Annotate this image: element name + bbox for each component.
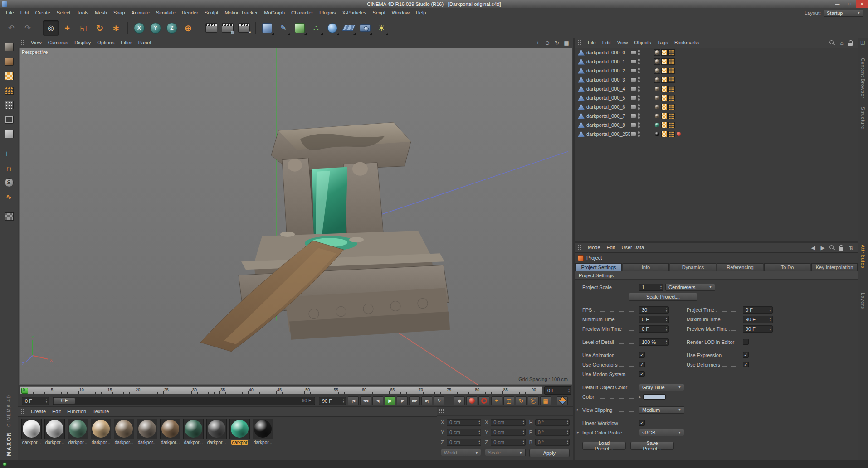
material-tag[interactable]	[654, 95, 660, 101]
pin-icon[interactable]: ≡	[860, 46, 863, 52]
material-thumbnail[interactable]	[114, 419, 134, 439]
object-row[interactable]: darkportal_000_4	[575, 84, 858, 93]
uvw-mode-button[interactable]	[2, 84, 16, 97]
visibility-dots[interactable]	[638, 68, 640, 73]
uvw-tag[interactable]	[661, 49, 668, 56]
object-menu-edit[interactable]: Edit	[599, 38, 614, 48]
polygons-mode-button[interactable]	[2, 128, 16, 140]
level-of-detail-field[interactable]: 100 %▲▼	[639, 338, 669, 346]
menu-edit[interactable]: Edit	[17, 8, 32, 18]
use-deformers-checkbox[interactable]: ✓	[743, 362, 749, 367]
solo-mode-button[interactable]: S	[2, 176, 16, 189]
record-rotation-toggle[interactable]: ↻	[516, 396, 527, 405]
visibility-dots[interactable]	[638, 122, 640, 128]
default-object-color-dropdown[interactable]: Gray-Blue▼	[639, 384, 684, 391]
selection-tag[interactable]	[668, 86, 675, 92]
use-motion-system-checkbox[interactable]: ✓	[639, 371, 645, 377]
project-time-field[interactable]: 0 F▲▼	[743, 306, 773, 314]
menu-window[interactable]: Window	[389, 8, 413, 18]
color-swatch[interactable]	[643, 394, 666, 400]
tab-dynamics[interactable]: Dynamics	[670, 263, 716, 271]
history-back-icon[interactable]: ◀	[810, 245, 816, 251]
move-tool-button[interactable]: +	[59, 20, 75, 36]
visibility-dots[interactable]	[638, 77, 640, 82]
scale-project-button[interactable]: Scale Project...	[629, 293, 697, 301]
panel-tab-content-browser[interactable]: Content Browser	[860, 58, 865, 98]
tab-to-do[interactable]: To Do	[764, 263, 810, 271]
minimize-button[interactable]: —	[831, 0, 844, 8]
coord-system-button[interactable]: ⊕	[180, 20, 196, 36]
tab-key-interpolation[interactable]: Key Interpolation	[811, 263, 858, 271]
expand-icon[interactable]: ▸	[577, 407, 579, 412]
keyframe-button[interactable]: ◆	[454, 396, 465, 405]
material-item[interactable]: darkpor...	[136, 419, 158, 445]
material-item[interactable]: darkpor...	[159, 419, 181, 445]
material-item[interactable]: darkpor...	[205, 419, 228, 445]
spinner-icon[interactable]: ▲▼	[665, 308, 668, 312]
material-thumbnail[interactable]	[229, 419, 250, 439]
undo-button[interactable]: ↶	[4, 20, 19, 36]
magnet-tool-button[interactable]: ∿	[2, 191, 16, 203]
uvw-tag[interactable]	[661, 113, 668, 119]
next-frame-button[interactable]: |▶	[397, 396, 408, 405]
spinner-icon[interactable]: ▲▼	[566, 430, 569, 434]
object-menu-file[interactable]: File	[585, 38, 599, 48]
timeline-range-slider[interactable]: 0 F 90 F	[53, 397, 315, 405]
visibility-dots[interactable]	[638, 104, 640, 110]
material-item[interactable]: darkpor...	[90, 419, 112, 445]
maximize-button[interactable]: □	[844, 0, 856, 8]
light-button[interactable]: ☀	[374, 20, 389, 36]
object-row[interactable]: darkportal_000_2	[575, 66, 858, 75]
material-item[interactable]: darkpor	[229, 419, 251, 445]
display-tag[interactable]	[676, 131, 682, 137]
object-row[interactable]: darkportal_000_5	[575, 93, 858, 102]
menu-motion-tracker[interactable]: Motion Tracker	[221, 8, 261, 18]
material-tag[interactable]	[654, 131, 660, 137]
object-row[interactable]: darkportal_000_8	[575, 121, 858, 130]
rotation-p-field[interactable]: 0 °▲▼	[535, 429, 570, 436]
object-row[interactable]: darkportal_000_3	[575, 75, 858, 84]
material-tag[interactable]	[654, 58, 660, 65]
object-row[interactable]: darkportal_000_1	[575, 57, 858, 66]
selection-tag[interactable]	[668, 131, 675, 137]
menu-x-particles[interactable]: X-Particles	[339, 8, 369, 18]
viewport-menu-cameras[interactable]: Cameras	[45, 38, 72, 48]
rotate-view-icon[interactable]: ↻	[554, 40, 560, 46]
attribute-menu-edit[interactable]: Edit	[604, 243, 619, 252]
menu-snap[interactable]: Snap	[110, 8, 128, 18]
object-enable-toggle[interactable]	[630, 132, 636, 136]
expand-icon[interactable]: ▸	[639, 395, 641, 399]
history-forward-icon[interactable]: ▶	[819, 245, 826, 251]
minimum-time-field[interactable]: 0 F▲▼	[639, 316, 669, 323]
drag-handle[interactable]	[21, 40, 25, 46]
toggle-views-icon[interactable]: ▦	[563, 40, 570, 46]
edges-mode-button[interactable]	[2, 113, 16, 126]
menu-mesh[interactable]: Mesh	[92, 8, 110, 18]
rotate-tool-button[interactable]: ↻	[92, 20, 107, 36]
previous-key-button[interactable]: ◀◀	[360, 396, 371, 405]
visibility-dots[interactable]	[638, 50, 640, 55]
material-thumbnail[interactable]	[137, 419, 157, 439]
tab-project-settings[interactable]: Project Settings	[575, 263, 622, 271]
object-menu-tags[interactable]: Tags	[654, 38, 671, 48]
object-enable-toggle[interactable]	[630, 123, 636, 127]
menu-render[interactable]: Render	[179, 8, 201, 18]
selection-tag[interactable]	[668, 104, 675, 110]
position-y-field[interactable]: 0 cm▲▼	[447, 429, 481, 436]
object-row[interactable]: darkportal_000_255	[575, 130, 858, 139]
previous-frame-button[interactable]: ◀|	[372, 396, 383, 405]
viewport-canvas[interactable]: Y X Z Perspective Grid Spacing : 100 cm	[19, 48, 572, 385]
viewport-menu-filter[interactable]: Filter	[117, 38, 135, 48]
drag-handle[interactable]	[578, 40, 582, 46]
close-button[interactable]: ×	[856, 0, 868, 8]
goto-end-button[interactable]: ▶|	[421, 396, 432, 405]
make-editable-button[interactable]	[2, 41, 16, 53]
selection-tag[interactable]	[668, 113, 675, 119]
material-tag[interactable]	[654, 86, 660, 92]
darkportal-model[interactable]	[200, 122, 450, 351]
material-thumbnail[interactable]	[206, 419, 227, 439]
input-color-profile-dropdown[interactable]: sRGB▼	[639, 429, 684, 436]
record-position-toggle[interactable]: +	[491, 396, 502, 405]
record-objects-button[interactable]	[466, 396, 477, 405]
lock-x-button[interactable]: X	[132, 20, 147, 36]
